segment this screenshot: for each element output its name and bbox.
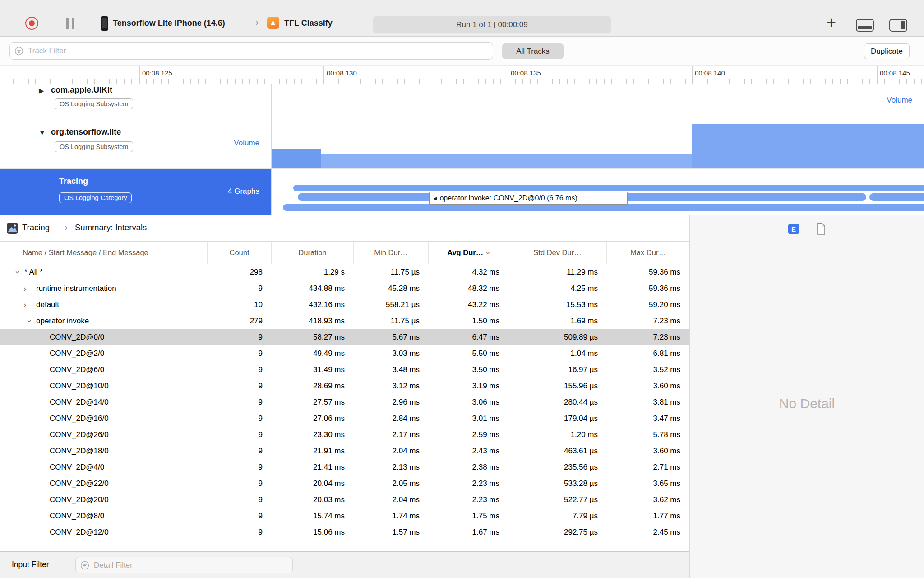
- cell-min: 11.75 µs: [354, 313, 429, 329]
- cell-min: 45.28 ms: [354, 280, 429, 297]
- track-graph-type[interactable]: Volume: [887, 96, 912, 105]
- input-filter-label[interactable]: Input Filter: [12, 560, 49, 569]
- track-graph-type[interactable]: Volume: [234, 139, 259, 148]
- cell-std: 509.89 µs: [508, 329, 607, 345]
- cell-count: 9: [208, 427, 272, 443]
- cell-std: 15.53 ms: [508, 297, 607, 313]
- column-header-stddev[interactable]: Std Dev Dur…: [508, 242, 607, 264]
- disclosure-right-icon[interactable]: ▶: [39, 87, 44, 95]
- track-org-tensorflow-lite[interactable]: ▼ org.tensorflow.lite OS Logging Subsyst…: [0, 121, 271, 168]
- bottom-filter-bar: Input Filter: [0, 551, 689, 578]
- track-graph-type[interactable]: 4 Graphs: [228, 187, 259, 196]
- row-label: CONV_2D@18/0: [50, 447, 109, 456]
- table-row[interactable]: CONV_2D@18/0921.91 ms2.04 ms2.43 ms463.6…: [0, 443, 689, 459]
- toolbar: Tensorflow Lite iPhone (14.6) › TFL Clas…: [0, 0, 924, 37]
- target-name[interactable]: TFL Classify: [284, 19, 333, 28]
- cell-max: 7.23 ms: [607, 313, 689, 329]
- cell-max: 59.36 ms: [607, 280, 689, 297]
- cell-avg: 4.32 ms: [429, 264, 508, 280]
- row-label: * All *: [24, 268, 43, 277]
- breadcrumb-page[interactable]: Summary: Intervals: [75, 223, 147, 233]
- add-instrument-button[interactable]: +: [827, 14, 836, 31]
- cell-duration: 15.74 ms: [272, 508, 354, 524]
- table-row[interactable]: CONV_2D@14/0927.57 ms2.96 ms3.06 ms280.4…: [0, 394, 689, 410]
- cell-max: 6.81 ms: [607, 345, 689, 362]
- table-row[interactable]: ›default10432.16 ms558.21 µs43.22 ms15.5…: [0, 297, 689, 313]
- device-name[interactable]: Tensorflow Lite iPhone (14.6): [113, 19, 225, 28]
- document-icon[interactable]: [816, 223, 826, 237]
- disclosure-chevron-icon[interactable]: ›: [23, 284, 36, 294]
- all-tracks-button[interactable]: All Tracks: [502, 43, 564, 59]
- iphone-device-icon: [101, 16, 108, 31]
- cell-max: 5.78 ms: [607, 427, 689, 443]
- cell-name: CONV_2D@8/0: [0, 508, 208, 524]
- track-badge: OS Logging Subsystem: [55, 98, 133, 109]
- extended-detail-button[interactable]: E: [788, 224, 799, 234]
- interval-bar: [869, 193, 924, 201]
- duplicate-button[interactable]: Duplicate: [864, 43, 910, 59]
- cell-avg: 3.50 ms: [429, 362, 508, 378]
- disclosure-chevron-icon[interactable]: ›: [13, 266, 23, 279]
- cell-avg: 3.19 ms: [429, 378, 508, 394]
- sort-indicator-icon: ›: [484, 252, 493, 254]
- table-row[interactable]: CONV_2D@2/0949.49 ms3.03 ms5.50 ms1.04 m…: [0, 345, 689, 362]
- ruler-time-label: 00:08.130: [327, 69, 357, 77]
- no-detail-message: No Detail: [779, 396, 835, 411]
- track-tracing-selected[interactable]: Tracing OS Logging Category 4 Graphs: [0, 169, 271, 215]
- column-header-min[interactable]: Min Dur…: [354, 242, 429, 264]
- column-header-name[interactable]: Name / Start Message / End Message: [0, 242, 208, 264]
- table-row[interactable]: CONV_2D@12/0915.06 ms1.57 ms1.67 ms292.7…: [0, 524, 689, 541]
- cell-min: 2.13 ms: [354, 459, 429, 475]
- record-button[interactable]: [25, 17, 38, 30]
- column-header-count[interactable]: Count: [208, 242, 272, 264]
- disclosure-chevron-icon[interactable]: ›: [25, 315, 35, 327]
- table-body: ›* All *2981.29 s11.75 µs4.32 ms11.29 ms…: [0, 264, 689, 541]
- cell-count: 9: [208, 492, 272, 508]
- table-row[interactable]: CONV_2D@0/0958.27 ms5.67 ms6.47 ms509.89…: [0, 329, 689, 345]
- table-row[interactable]: CONV_2D@20/0920.03 ms2.04 ms2.23 ms522.7…: [0, 492, 689, 508]
- table-row[interactable]: ›* All *2981.29 s11.75 µs4.32 ms11.29 ms…: [0, 264, 689, 280]
- disclosure-down-icon[interactable]: ▼: [39, 129, 46, 136]
- cell-name: ›operator invoke: [0, 313, 208, 329]
- cell-std: 7.79 µs: [508, 508, 607, 524]
- cell-avg: 1.67 ms: [429, 524, 508, 541]
- disclosure-chevron-icon[interactable]: ›: [23, 300, 36, 310]
- table-row[interactable]: CONV_2D@16/0927.06 ms2.84 ms3.01 ms179.0…: [0, 410, 689, 427]
- interval-tooltip: ◀ operator invoke: CONV_2D@0/0 (6.76 ms): [429, 192, 628, 205]
- cell-count: 9: [208, 508, 272, 524]
- timeline-ruler[interactable]: 00:08.12500:08.13000:08.13500:08.14000:0…: [0, 65, 924, 84]
- column-header-max[interactable]: Max Dur…: [607, 242, 689, 264]
- table-row[interactable]: CONV_2D@8/0915.74 ms1.74 ms1.75 ms7.79 µ…: [0, 508, 689, 524]
- cell-min: 1.74 ms: [354, 508, 429, 524]
- table-row[interactable]: CONV_2D@26/0923.30 ms2.17 ms2.59 ms1.20 …: [0, 427, 689, 443]
- column-header-avg[interactable]: Avg Dur… ›: [429, 242, 508, 264]
- row-label: CONV_2D@12/0: [50, 528, 109, 537]
- volume-graph-segment: [321, 154, 692, 168]
- cell-std: 16.97 µs: [508, 362, 607, 378]
- table-row[interactable]: ›runtime instrumentation9434.88 ms45.28 …: [0, 280, 689, 297]
- cell-duration: 28.69 ms: [272, 378, 354, 394]
- toggle-bottom-panel-icon[interactable]: [856, 19, 874, 32]
- cell-name: CONV_2D@26/0: [0, 427, 208, 443]
- cell-count: 298: [208, 264, 272, 280]
- row-label: operator invoke: [36, 317, 89, 326]
- row-label: CONV_2D@4/0: [50, 463, 104, 472]
- breadcrumb-root[interactable]: Tracing: [22, 223, 50, 233]
- pause-button[interactable]: [66, 18, 75, 29]
- table-row[interactable]: CONV_2D@4/0921.41 ms2.13 ms2.38 ms235.56…: [0, 459, 689, 475]
- track-panel-divider[interactable]: [271, 84, 272, 215]
- table-row[interactable]: CONV_2D@10/0928.69 ms3.12 ms3.19 ms155.9…: [0, 378, 689, 394]
- row-label: CONV_2D@22/0: [50, 479, 109, 488]
- detail-filter-input[interactable]: [75, 557, 293, 573]
- track-filter-input[interactable]: [9, 42, 493, 60]
- table-row[interactable]: ›operator invoke279418.93 ms11.75 µs1.50…: [0, 313, 689, 329]
- cell-avg: 5.50 ms: [429, 345, 508, 362]
- table-row[interactable]: CONV_2D@6/0931.49 ms3.48 ms3.50 ms16.97 …: [0, 362, 689, 378]
- cell-name: ›runtime instrumentation: [0, 280, 208, 297]
- column-header-duration[interactable]: Duration: [272, 242, 354, 264]
- cell-std: 280.44 µs: [508, 394, 607, 410]
- cell-name: CONV_2D@16/0: [0, 410, 208, 427]
- cell-duration: 432.16 ms: [272, 297, 354, 313]
- table-row[interactable]: CONV_2D@22/0920.04 ms2.05 ms2.23 ms533.2…: [0, 475, 689, 492]
- toggle-right-panel-icon[interactable]: [889, 19, 907, 32]
